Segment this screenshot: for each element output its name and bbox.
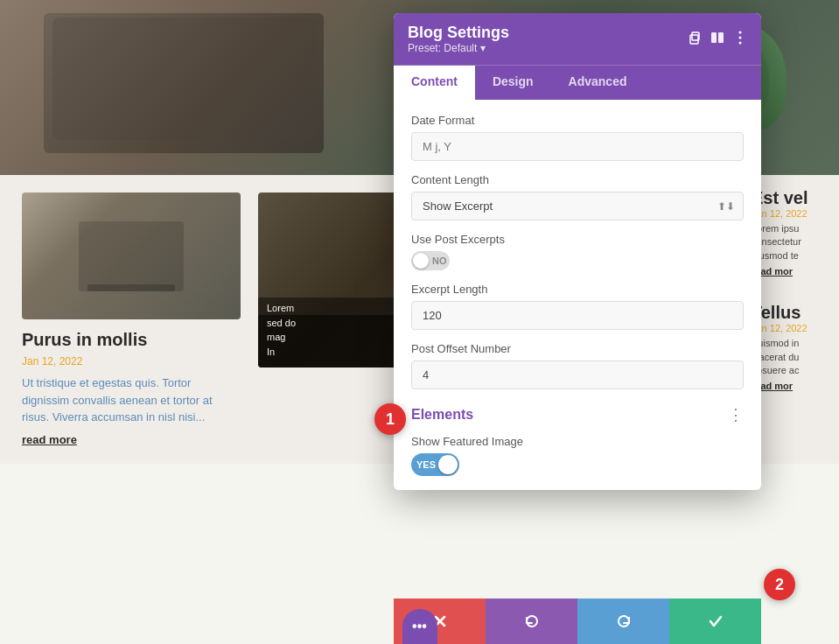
use-post-excerpts-toggle-row: NO <box>411 251 744 270</box>
card-1-date: Jan 12, 2022 <box>22 355 241 368</box>
toggle-no-label: NO <box>432 256 447 266</box>
content-length-select[interactable]: Show Excerpt Show Full Content <box>411 192 744 220</box>
redo-button[interactable] <box>577 598 669 644</box>
card-1-read-more[interactable]: read more <box>22 433 241 446</box>
use-post-excerpts-field: Use Post Excerpts NO <box>411 233 744 270</box>
panel-title: Blog Settings <box>408 24 509 42</box>
blog-card-1: Purus in mollis Jan 12, 2022 Ut tristiqu… <box>22 192 241 446</box>
bottom-dots-button[interactable]: ••• <box>402 609 437 644</box>
elements-section-title: Elements <box>411 407 473 423</box>
save-button[interactable] <box>669 598 761 644</box>
copy-icon[interactable] <box>688 31 702 48</box>
right-card-1: Est vel Jan 12, 2022 Lorem ipsu consecte… <box>752 188 830 276</box>
dots-icon: ••• <box>412 619 427 634</box>
toggle-knob <box>413 253 429 269</box>
svg-rect-2 <box>711 32 717 43</box>
panel-header-icons <box>688 31 747 48</box>
tab-design[interactable]: Design <box>475 66 551 100</box>
date-format-label: Date Format <box>411 114 744 127</box>
show-featured-image-field: Show Featured Image YES <box>411 435 744 476</box>
tab-content[interactable]: Content <box>394 66 475 100</box>
right-card-2: Tellus Jan 12, 2022 Euismod in placerat … <box>752 303 830 391</box>
content-length-field: Content Length Show Excerpt Show Full Co… <box>411 173 744 220</box>
panel-tabs: Content Design Advanced <box>394 65 761 100</box>
card-1-title: Purus in mollis <box>22 330 241 350</box>
date-format-input[interactable] <box>411 132 744 161</box>
tab-advanced[interactable]: Advanced <box>551 66 645 100</box>
right-card-2-link[interactable]: read mor <box>752 381 830 391</box>
panel-preset[interactable]: Preset: Default ▾ <box>408 42 509 54</box>
post-offset-input[interactable] <box>411 360 744 389</box>
right-card-2-title: Tellus <box>752 303 830 323</box>
step-badge-1: 1 <box>374 403 406 435</box>
settings-panel: Blog Settings Preset: Default ▾ Content … <box>394 13 761 490</box>
card-1-image <box>22 192 241 319</box>
right-card-1-link[interactable]: read mor <box>752 266 830 276</box>
date-format-field: Date Format <box>411 114 744 173</box>
save-icon <box>707 612 724 630</box>
reset-button[interactable] <box>486 598 577 644</box>
post-offset-field: Post Offset Number <box>411 342 744 402</box>
reset-icon <box>523 612 541 630</box>
post-offset-label: Post Offset Number <box>411 342 744 355</box>
step-badge-2: 2 <box>764 569 795 600</box>
show-featured-image-label: Show Featured Image <box>411 435 744 448</box>
card-1-excerpt: Ut tristique et egestas quis. Tortor dig… <box>22 374 241 426</box>
more-icon[interactable] <box>733 31 747 48</box>
card-2-image-text: Loremsed domagIn <box>267 301 296 359</box>
redo-icon <box>615 612 633 630</box>
svg-point-6 <box>739 41 742 44</box>
content-length-wrapper: Show Excerpt Show Full Content ⬆⬇ <box>411 192 744 220</box>
content-length-label: Content Length <box>411 173 744 186</box>
right-card-2-text: Euismod in placerat du posuere ac <box>752 337 830 377</box>
toggle-on-track[interactable]: YES <box>411 453 459 476</box>
use-post-excerpts-toggle[interactable]: NO <box>411 251 450 270</box>
right-card-1-title: Est vel <box>752 188 830 208</box>
svg-rect-3 <box>718 32 724 43</box>
right-card-1-text: Lorem ipsu consectetur eiusmod te <box>752 222 830 262</box>
elements-section-header: Elements ⋮ <box>411 402 744 424</box>
excerpt-length-field: Excerpt Length <box>411 283 744 342</box>
use-post-excerpts-label: Use Post Excerpts <box>411 233 744 246</box>
toggle-on-knob <box>438 455 458 474</box>
excerpt-length-input[interactable] <box>411 301 744 330</box>
right-card-2-date: Jan 12, 2022 <box>752 323 830 333</box>
svg-point-5 <box>739 36 742 38</box>
toggle-yes-label: YES <box>416 459 436 470</box>
excerpt-length-label: Excerpt Length <box>411 283 744 296</box>
show-featured-image-toggle[interactable]: YES <box>411 453 744 476</box>
columns-icon[interactable] <box>710 31 724 48</box>
action-bar <box>394 598 761 644</box>
panel-title-area: Blog Settings Preset: Default ▾ <box>408 24 509 54</box>
right-card-1-date: Jan 12, 2022 <box>752 208 830 219</box>
svg-point-4 <box>739 31 742 33</box>
panel-body: Date Format Content Length Show Excerpt … <box>394 100 761 490</box>
panel-header: Blog Settings Preset: Default ▾ <box>394 13 761 65</box>
elements-menu-icon[interactable]: ⋮ <box>728 405 744 424</box>
